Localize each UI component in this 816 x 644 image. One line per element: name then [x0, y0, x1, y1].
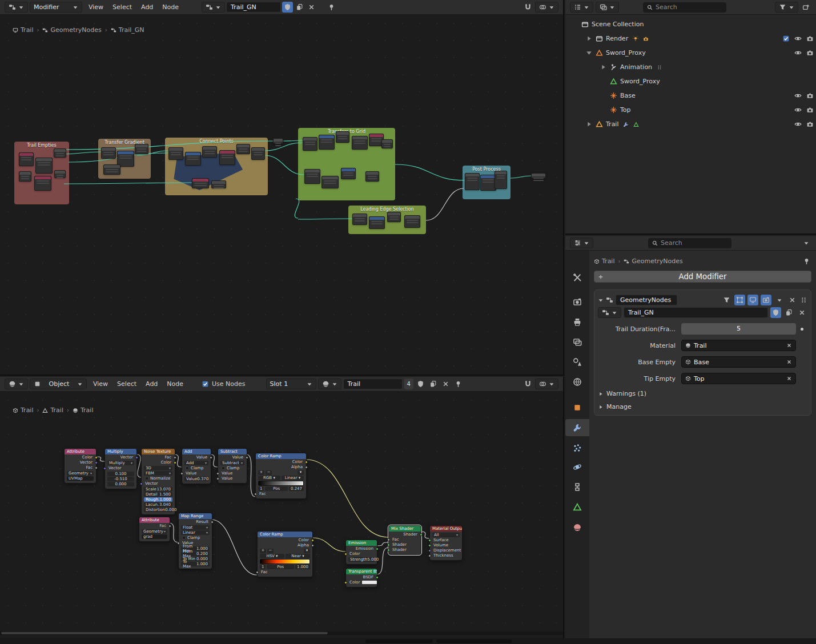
checkbox[interactable] [222, 466, 225, 470]
chevron-down-icon[interactable] [598, 297, 604, 303]
input-socket-row[interactable]: Vector [142, 481, 175, 486]
geo-menu-node[interactable]: Node [158, 1, 183, 14]
material-users-count[interactable]: 4 [404, 379, 413, 389]
disable-render-camera-icon[interactable] [806, 106, 814, 114]
input-socket-row[interactable]: Thickness [430, 553, 462, 558]
properties-tab-particles[interactable] [565, 439, 589, 456]
on-cage-toggle[interactable] [721, 295, 732, 305]
snapping-button[interactable] [522, 2, 533, 13]
stop-index-field[interactable]: 1 [258, 486, 264, 491]
socket[interactable] [168, 525, 171, 528]
panel-section-toggle[interactable]: Manage [598, 403, 807, 410]
shader-crumb-item[interactable]: Trail [73, 406, 93, 414]
input-socket-row[interactable]: Displacement [430, 548, 462, 553]
unlink-datablock-button[interactable] [306, 2, 317, 13]
properties-tab-tool[interactable] [565, 269, 589, 286]
outliner-row[interactable]: Sword_Proxy [565, 46, 816, 60]
dropdown[interactable]: Geometry▾ [67, 471, 94, 476]
socket[interactable] [428, 539, 431, 542]
properties-tab-world[interactable] [565, 373, 589, 391]
node[interactable] [185, 152, 201, 166]
outliner-row[interactable]: Top [565, 103, 816, 117]
properties-tab-scene[interactable] [565, 353, 589, 371]
geo-crumb-item[interactable]: Trail_GN [111, 26, 144, 34]
node[interactable] [19, 171, 31, 182]
node[interactable] [135, 144, 148, 154]
value-slider[interactable]: Value0.370 [184, 477, 208, 481]
properties-tab-meshdata[interactable] [565, 498, 589, 516]
fake-user-button[interactable] [415, 379, 426, 389]
number-field[interactable]: 0.000 [107, 482, 134, 486]
shader-node[interactable]: Color RampColorAlpha+−▾HSV ▾Near ▾1Pos1.… [257, 531, 313, 577]
socket[interactable] [420, 533, 423, 536]
checkbox[interactable] [182, 536, 186, 540]
geo-menu-add[interactable]: Add [136, 1, 158, 14]
output-socket-row[interactable]: Value [218, 455, 247, 460]
geo-crumb-item[interactable]: GeometryNodes [42, 26, 101, 34]
socket[interactable] [428, 554, 431, 557]
node[interactable] [34, 176, 51, 191]
geo-nodetree-name-field[interactable]: Trail_GN [226, 2, 281, 13]
material-slot-select[interactable]: Slot 1 [266, 379, 316, 389]
shader-mode-select[interactable]: Object [30, 379, 87, 389]
pin-icon[interactable] [803, 257, 810, 265]
output-socket-row[interactable]: Emission [346, 546, 377, 552]
node[interactable] [381, 139, 393, 148]
value-slider[interactable]: From Max0.200 [181, 552, 210, 556]
outliner-filter-button[interactable] [775, 2, 798, 13]
properties-tab-wrench[interactable] [565, 419, 589, 436]
value-slider[interactable]: Lacun.3.040 [144, 502, 172, 507]
realtime-toggle[interactable] [747, 295, 758, 305]
copy-datablock-button[interactable] [294, 2, 305, 13]
copy-datablock-button[interactable] [428, 379, 439, 389]
dropdown[interactable]: 3D▾ [144, 466, 172, 470]
clear-id-icon[interactable] [786, 343, 792, 348]
socket[interactable] [376, 576, 379, 579]
node[interactable] [251, 147, 265, 160]
input-socket-row[interactable]: Value [218, 471, 247, 476]
properties-editor-type-button[interactable] [570, 238, 593, 248]
color-input-row[interactable]: Color [346, 580, 377, 585]
socket[interactable] [387, 538, 390, 541]
socket[interactable] [216, 472, 219, 475]
node[interactable] [465, 173, 480, 190]
pin-button[interactable] [453, 379, 464, 389]
text-field[interactable]: grad [142, 534, 167, 539]
color-ramp-gradient[interactable] [260, 559, 310, 564]
value-slider[interactable]: Scale13.070 [144, 487, 172, 492]
checkbox-row[interactable]: Normalize [142, 476, 175, 481]
color-ramp-gradient[interactable] [258, 481, 304, 486]
disable-render-camera-icon[interactable] [806, 120, 814, 128]
socket[interactable] [174, 456, 176, 459]
shader-node[interactable]: Noise TextureFacColor3D▾FBM▾NormalizeVec… [141, 448, 175, 515]
node[interactable] [303, 137, 317, 151]
stop-position-value[interactable]: 0.247 [289, 486, 304, 491]
geo-editor-type-button[interactable] [5, 2, 28, 13]
node[interactable] [19, 152, 34, 166]
node[interactable] [531, 173, 546, 179]
color-swatch[interactable] [362, 581, 377, 584]
outliner-row[interactable]: Scene Collection [565, 17, 816, 31]
expand-toggle[interactable] [585, 120, 593, 128]
properties-tab-images[interactable] [565, 333, 589, 351]
value-slider[interactable]: Detail1.500 [144, 492, 172, 497]
socket[interactable] [140, 482, 143, 485]
pin-button[interactable] [326, 2, 337, 13]
socket[interactable] [95, 461, 98, 464]
socket[interactable] [246, 456, 248, 459]
new-collection-button[interactable] [801, 2, 811, 13]
properties-tab-sphere[interactable] [565, 519, 589, 536]
input-socket-row[interactable]: Shader [389, 548, 421, 553]
socket[interactable] [428, 544, 431, 547]
properties-tab-render[interactable] [565, 293, 589, 311]
id-selector-field[interactable]: Top [681, 373, 796, 384]
shader-canvas[interactable] [0, 392, 563, 638]
fake-user-button[interactable] [282, 2, 293, 13]
node[interactable] [352, 214, 367, 225]
shader-node[interactable]: EmissionEmissionColorStrength5.000 [345, 540, 377, 565]
socket[interactable] [95, 456, 98, 459]
socket[interactable] [210, 456, 212, 459]
output-socket-row[interactable]: Fac [139, 524, 170, 529]
socket[interactable] [344, 581, 347, 584]
input-socket-row[interactable]: Vector [105, 466, 136, 471]
